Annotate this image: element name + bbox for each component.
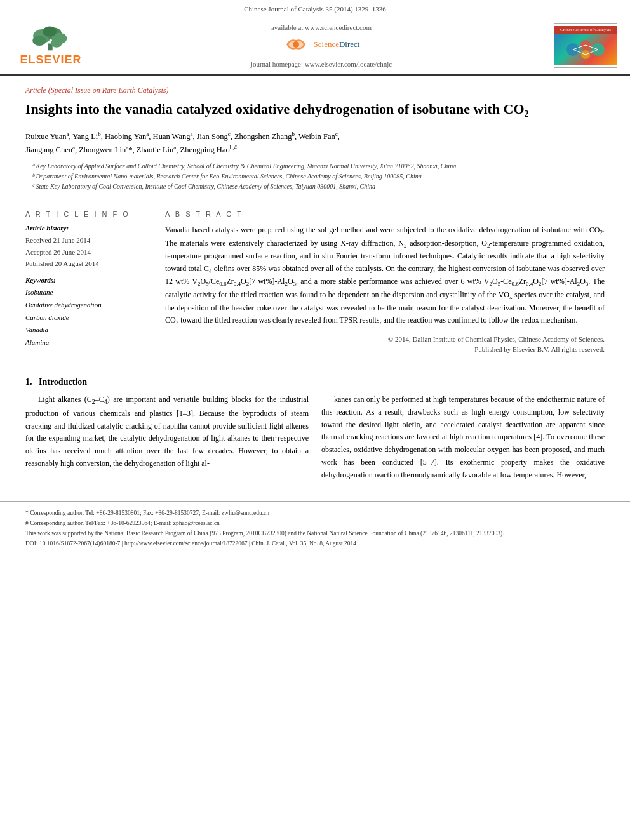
affiliation-b: ᵇ Department of Environmental Nano-mater… <box>32 171 605 182</box>
introduction-columns: Light alkanes (C2–C4) are important and … <box>25 394 605 482</box>
intro-col-2: kanes can only be performed at high temp… <box>321 394 605 482</box>
keywords-label: Keywords: <box>25 276 142 284</box>
elsevier-wordmark: ELSEVIER <box>20 53 81 67</box>
center-logos: available at www.sciencedirect.com Scien… <box>89 23 554 68</box>
abstract-col: A B S T R A C T Vanadia-based catalysts … <box>165 210 605 355</box>
article-tag: Article (Special Issue on Rare Earth Cat… <box>25 86 605 95</box>
sciencedirect-logo: ScienceDirect <box>283 35 360 54</box>
authors: Ruixue Yuana, Yang Lib, Haobing Yana, Hu… <box>25 130 605 156</box>
received-date: Received 21 June 2014 <box>25 234 142 246</box>
doi-line: DOI: 10.1016/S1872-2067(14)60180-7 | htt… <box>25 538 605 549</box>
copyright-text: © 2014, Dalian Institute of Chemical Phy… <box>165 334 605 355</box>
article-history: Received 21 June 2014 Accepted 26 June 2… <box>25 234 142 270</box>
main-content: Article (Special Issue on Rare Earth Cat… <box>0 86 630 482</box>
footer-text: * Corresponding author. Tel: +86-29-8153… <box>25 508 605 549</box>
affiliation-c: ᶜ State Key Laboratory of Coal Conversio… <box>32 182 605 192</box>
elsevier-logo: ELSEVIER <box>13 23 89 68</box>
divider-1 <box>25 201 605 201</box>
elsevier-tree-icon <box>19 23 83 52</box>
page-footer: * Corresponding author. Tel: +86-29-8153… <box>0 501 630 556</box>
article-info-header: A R T I C L E I N F O <box>25 210 142 218</box>
intro-para-1: Light alkanes (C2–C4) are important and … <box>25 394 309 470</box>
section-name: Introduction <box>39 377 87 387</box>
corresponding-1: * Corresponding author. Tel: +86-29-8153… <box>25 508 605 518</box>
affiliations: ᵃ Key Laboratory of Applied Surface and … <box>25 161 605 192</box>
article-history-label: Article history: <box>25 224 142 232</box>
sciencedirect-icon <box>283 35 309 54</box>
published-date: Published 20 August 2014 <box>25 258 142 270</box>
cjc-logo: Chinese Journal of Catalysis <box>554 23 617 68</box>
svg-point-5 <box>51 38 62 47</box>
keyword-5: Alumina <box>25 337 142 349</box>
introduction-section: 1. Introduction Light alkanes (C2–C4) ar… <box>25 377 605 482</box>
article-title: Insights into the vanadia catalyzed oxid… <box>25 100 605 121</box>
sciencedirect-text: ScienceDirect <box>314 39 360 50</box>
corresponding-2: # Corresponding author. Tel/Fax: +86-10-… <box>25 518 605 528</box>
section-number: 1. <box>25 377 32 387</box>
svg-point-7 <box>293 41 299 48</box>
affiliation-a: ᵃ Key Laboratory of Applied Surface and … <box>32 161 605 171</box>
info-abstract-section: A R T I C L E I N F O Article history: R… <box>25 210 605 355</box>
article-title-text: Insights into the vanadia catalyzed oxid… <box>25 101 529 117</box>
logo-row: ELSEVIER available at www.sciencedirect.… <box>0 17 630 76</box>
intro-col-1: Light alkanes (C2–C4) are important and … <box>25 394 309 482</box>
available-text: available at www.sciencedirect.com <box>271 23 372 31</box>
co2-subscript: 2 <box>525 109 529 119</box>
accepted-date: Accepted 26 June 2014 <box>25 246 142 258</box>
introduction-title: 1. Introduction <box>25 377 605 387</box>
journal-homepage: journal homepage: www.elsevier.com/locat… <box>251 60 392 68</box>
svg-point-6 <box>43 27 57 37</box>
divider-2 <box>25 364 605 364</box>
intro-para-2: kanes can only be performed at high temp… <box>321 394 605 482</box>
keyword-3: Carbon dioxide <box>25 312 142 324</box>
svg-point-4 <box>32 36 46 46</box>
abstract-text: Vanadia-based catalysts were prepared us… <box>165 224 605 328</box>
keyword-1: Isobutane <box>25 286 142 299</box>
journal-citation: Chinese Journal of Catalysis 35 (2014) 1… <box>244 5 386 13</box>
keyword-2: Oxidative dehydrogenation <box>25 299 142 312</box>
journal-header: Chinese Journal of Catalysis 35 (2014) 1… <box>0 0 630 17</box>
keywords-list: Isobutane Oxidative dehydrogenation Carb… <box>25 286 142 349</box>
cjc-logo-image <box>554 34 617 65</box>
article-info-col: A R T I C L E I N F O Article history: R… <box>25 210 152 355</box>
keyword-4: Vanadia <box>25 324 142 337</box>
cjc-logo-header: Chinese Journal of Catalysis <box>554 26 617 34</box>
abstract-header: A B S T R A C T <box>165 210 605 218</box>
funding: This work was supported by the National … <box>25 528 605 538</box>
